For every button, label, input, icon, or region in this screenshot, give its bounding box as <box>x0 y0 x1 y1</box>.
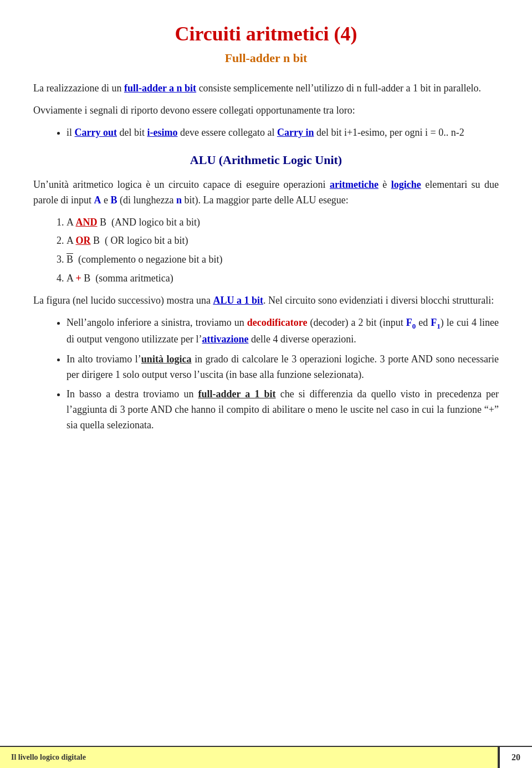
alu-bullet-1: Nell’angolo inferiore a sinistra, trovia… <box>66 315 499 347</box>
b-overline: B <box>66 254 73 265</box>
alu-bit: bit). La maggior parte delle ALU esegue: <box>182 194 349 206</box>
carry-mid2: deve essere collegato al <box>177 127 277 138</box>
carry-bullet-start: il <box>66 127 75 138</box>
f0-text: F0 <box>406 317 416 328</box>
and-op: AND <box>76 217 98 228</box>
figure-text2: . Nel circuito sono evidenziati i divers… <box>263 295 494 306</box>
or-op: OR <box>76 235 91 246</box>
page-number: 20 <box>499 747 532 768</box>
op-3: B (complemento o negazione bit a bit) <box>66 252 499 268</box>
iesimo-text: i-esimo <box>147 127 178 138</box>
alu-intro-text: Un’unità aritmetico logica è un circuito… <box>33 179 330 190</box>
carry-intro-paragraph: Ovviamente i segnali di riporto devono e… <box>33 103 499 119</box>
carry-bullet-list: il Carry out del bit i-esimo deve essere… <box>66 125 499 141</box>
figure-paragraph: La figura (nel lucido successivo) mostra… <box>33 293 499 309</box>
plus-op: + <box>76 273 81 284</box>
figure-alu: ALU a 1 bit <box>213 295 263 306</box>
alu-end: (di lunghezza <box>117 194 176 206</box>
attivazione-text: attivazione <box>202 334 248 345</box>
alu-B: B <box>110 194 117 206</box>
body-content: La realizzazione di un full-adder a n bi… <box>33 81 499 433</box>
alu-intro-paragraph: Un’unità aritmetico logica è un circuito… <box>33 177 499 208</box>
carry-end: del bit i+1-esimo, per ogni i = 0.. n-2 <box>314 127 464 138</box>
bullet2-1-mid2: ed <box>416 317 431 328</box>
bullet2-1-start: Nell’angolo inferiore a sinistra, trovia… <box>66 317 247 328</box>
alu-A: A <box>94 194 101 206</box>
alu-bullet-3: In basso a destra troviamo un full-adder… <box>66 387 499 433</box>
alu-aritmetiche: aritmetiche <box>330 179 378 190</box>
op-4: A + B (somma aritmetica) <box>66 271 499 286</box>
bullet2-1-end2: delle 4 diverse operazioni. <box>248 334 356 345</box>
alu-e: e <box>101 194 110 206</box>
full-adder-text: full-adder a 1 bit <box>198 388 276 400</box>
intro-highlight: full-adder a n bit <box>124 83 196 94</box>
carry-out-text: Carry out <box>75 127 117 138</box>
carry-in-text: Carry in <box>277 127 314 138</box>
unita-logica-text: unità logica <box>141 354 192 365</box>
intro-text: La realizzazione di un <box>33 83 124 94</box>
alu-structure-list: Nell’angolo inferiore a sinistra, trovia… <box>66 315 499 433</box>
op-1: A AND B (AND logico bit a bit) <box>66 215 499 231</box>
alu-heading: ALU (Arithmetic Logic Unit) <box>33 151 499 170</box>
figure-text1: La figura (nel lucido successivo) mostra… <box>33 295 213 306</box>
op-2: A OR B ( OR logico bit a bit) <box>66 233 499 249</box>
footer-label: Il livello logico digitale <box>0 747 499 768</box>
intro-paragraph: La realizzazione di un full-adder a n bi… <box>33 81 499 96</box>
alu-bullet-2: In alto troviamo l’unità logica in grado… <box>66 352 499 383</box>
carry-mid: del bit <box>117 127 147 138</box>
f1-text: F1 <box>431 317 441 328</box>
alu-n: n <box>176 194 182 206</box>
bullet2-2-start: In alto troviamo l’ <box>66 354 141 365</box>
page-title: Circuiti aritmetici (4) <box>33 22 499 45</box>
bullet2-1-mid: (decoder) a 2 bit (input <box>307 317 406 328</box>
decodificatore-text: decodificatore <box>247 317 308 328</box>
page-container: Circuiti aritmetici (4) Full-adder n bit… <box>0 0 532 768</box>
carry-bullet-item: il Carry out del bit i-esimo deve essere… <box>66 125 499 141</box>
ops-list: A AND B (AND logico bit a bit) A OR B ( … <box>66 215 499 287</box>
page-footer: Il livello logico digitale 20 <box>0 746 532 768</box>
page-subtitle: Full-adder n bit <box>33 51 499 65</box>
alu-logiche: logiche <box>391 179 421 190</box>
alu-and-text: è <box>378 179 391 190</box>
intro-rest: consiste semplicemente nell’utilizzo di … <box>196 83 481 94</box>
bullet2-3-start: In basso a destra troviamo un <box>66 388 198 400</box>
